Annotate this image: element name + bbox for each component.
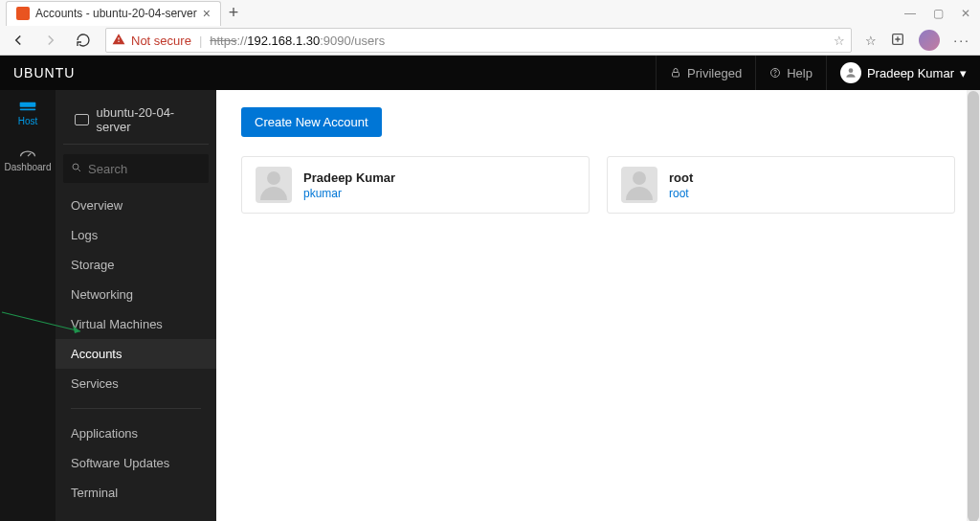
privileged-toggle[interactable]: Privileged bbox=[656, 56, 755, 90]
privileged-label: Privileged bbox=[687, 66, 742, 80]
account-avatar-icon bbox=[621, 167, 657, 203]
favorite-star-icon[interactable]: ☆ bbox=[834, 34, 845, 48]
tab-title: Accounts - ubuntu-20-04-server bbox=[35, 7, 197, 20]
account-name: root bbox=[669, 170, 693, 185]
new-tab-button[interactable]: + bbox=[221, 1, 246, 26]
help-button[interactable]: Help bbox=[755, 56, 826, 90]
sidebar-item-terminal[interactable]: Terminal bbox=[56, 478, 216, 508]
minimize-icon[interactable]: — bbox=[904, 7, 916, 20]
favorites-icon[interactable]: ☆ bbox=[865, 34, 877, 48]
create-account-button[interactable]: Create New Account bbox=[241, 107, 382, 137]
collections-icon[interactable] bbox=[890, 32, 905, 50]
search-input[interactable] bbox=[88, 162, 201, 176]
svg-line-9 bbox=[28, 153, 31, 156]
warning-icon bbox=[112, 33, 125, 49]
svg-rect-1 bbox=[673, 73, 679, 78]
user-menu[interactable]: Pradeep Kumar ▾ bbox=[826, 56, 980, 90]
main-area: Host Dashboard ubuntu-20-04-server Overv… bbox=[0, 90, 980, 521]
forward-button[interactable] bbox=[40, 30, 61, 51]
close-window-icon[interactable]: ✕ bbox=[961, 7, 970, 20]
rail-host-label: Host bbox=[18, 116, 38, 126]
sidebar-item-applications[interactable]: Applications bbox=[56, 419, 216, 448]
help-icon bbox=[769, 67, 781, 79]
user-avatar-icon bbox=[840, 62, 861, 83]
lock-icon bbox=[670, 67, 681, 79]
scrollbar[interactable] bbox=[967, 90, 980, 521]
svg-point-10 bbox=[73, 164, 78, 170]
security-indicator[interactable]: Not secure bbox=[112, 33, 191, 49]
sidebar-divider bbox=[71, 408, 201, 409]
left-rail: Host Dashboard bbox=[0, 90, 56, 521]
rail-dashboard-label: Dashboard bbox=[5, 162, 52, 172]
account-card[interactable]: rootroot bbox=[607, 156, 955, 214]
account-name: Pradeep Kumar bbox=[303, 170, 395, 185]
svg-rect-7 bbox=[20, 102, 36, 107]
user-name-label: Pradeep Kumar bbox=[867, 66, 954, 80]
rail-item-dashboard[interactable]: Dashboard bbox=[0, 136, 56, 182]
dashboard-icon bbox=[18, 146, 37, 159]
separator: | bbox=[199, 34, 202, 48]
content-area: Create New Account Pradeep Kumarpkumarro… bbox=[216, 90, 980, 521]
svg-point-3 bbox=[775, 75, 776, 76]
profile-avatar-icon[interactable] bbox=[919, 30, 940, 51]
tab-favicon-icon bbox=[16, 7, 30, 20]
window-controls: — ▢ ✕ bbox=[904, 7, 980, 20]
sidebar-item-virtual-machines[interactable]: Virtual Machines bbox=[56, 309, 216, 339]
svg-line-11 bbox=[78, 169, 81, 171]
account-card[interactable]: Pradeep Kumarpkumar bbox=[241, 156, 590, 214]
sidebar-item-software-updates[interactable]: Software Updates bbox=[56, 448, 216, 478]
sidebar-item-services[interactable]: Services bbox=[56, 369, 216, 398]
url-text: https://192.168.1.30:9090/users bbox=[210, 34, 385, 48]
host-icon bbox=[18, 100, 37, 113]
more-options-icon[interactable]: ··· bbox=[953, 33, 970, 48]
browser-tab[interactable]: Accounts - ubuntu-20-04-server × bbox=[6, 1, 221, 26]
sidebar-search[interactable] bbox=[63, 154, 209, 183]
sidebar-host[interactable]: ubuntu-20-04-server bbox=[63, 96, 209, 145]
refresh-button[interactable] bbox=[73, 30, 94, 51]
address-row: Not secure | https://192.168.1.30:9090/u… bbox=[0, 27, 980, 55]
sidebar-item-networking[interactable]: Networking bbox=[56, 280, 216, 309]
address-bar[interactable]: Not secure | https://192.168.1.30:9090/u… bbox=[105, 28, 852, 53]
sidebar-item-overview[interactable]: Overview bbox=[56, 191, 216, 220]
header-right: Privileged Help Pradeep Kumar ▾ bbox=[656, 56, 980, 90]
back-button[interactable] bbox=[8, 30, 29, 51]
search-icon bbox=[71, 162, 82, 176]
sidebar-item-accounts[interactable]: Accounts bbox=[56, 339, 216, 369]
help-label: Help bbox=[787, 66, 813, 80]
sidebar-host-label: ubuntu-20-04-server bbox=[97, 105, 197, 134]
account-username[interactable]: root bbox=[669, 187, 693, 200]
sidebar: ubuntu-20-04-server OverviewLogsStorageN… bbox=[56, 90, 216, 521]
brand-label: UBUNTU bbox=[13, 65, 75, 80]
sidebar-item-logs[interactable]: Logs bbox=[56, 220, 216, 250]
rail-item-host[interactable]: Host bbox=[0, 90, 56, 136]
svg-point-4 bbox=[849, 68, 854, 73]
browser-chrome: Accounts - ubuntu-20-04-server × + — ▢ ✕… bbox=[0, 0, 980, 56]
not-secure-label: Not secure bbox=[131, 34, 191, 48]
browser-tool-icons: ☆ ··· bbox=[863, 30, 972, 51]
account-grid: Pradeep Kumarpkumarrootroot bbox=[241, 156, 955, 214]
maximize-icon[interactable]: ▢ bbox=[933, 7, 944, 20]
account-username[interactable]: pkumar bbox=[303, 187, 395, 200]
server-icon bbox=[75, 114, 89, 125]
sidebar-item-storage[interactable]: Storage bbox=[56, 250, 216, 280]
svg-rect-8 bbox=[20, 109, 36, 111]
tab-strip: Accounts - ubuntu-20-04-server × + — ▢ ✕ bbox=[0, 0, 980, 27]
app-header: UBUNTU Privileged Help Pradeep Kumar ▾ bbox=[0, 56, 980, 90]
close-tab-icon[interactable]: × bbox=[203, 6, 211, 21]
account-avatar-icon bbox=[256, 167, 292, 203]
chevron-down-icon: ▾ bbox=[960, 66, 967, 80]
